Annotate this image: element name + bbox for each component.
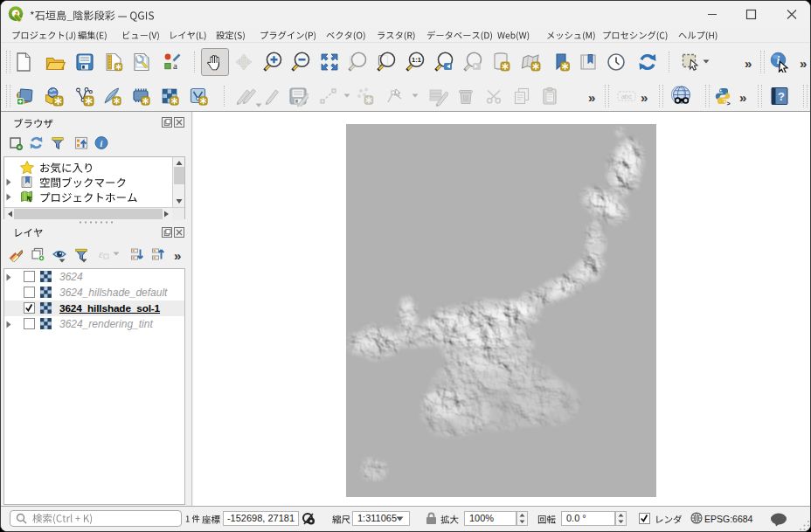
svg-text:i: i — [101, 139, 103, 149]
svg-text:ε: ε — [99, 247, 104, 260]
svg-text:abc: abc — [621, 93, 632, 100]
svg-text:>: > — [727, 100, 731, 107]
svg-text:?: ? — [778, 90, 785, 103]
svg-text:1:1: 1:1 — [412, 56, 421, 64]
